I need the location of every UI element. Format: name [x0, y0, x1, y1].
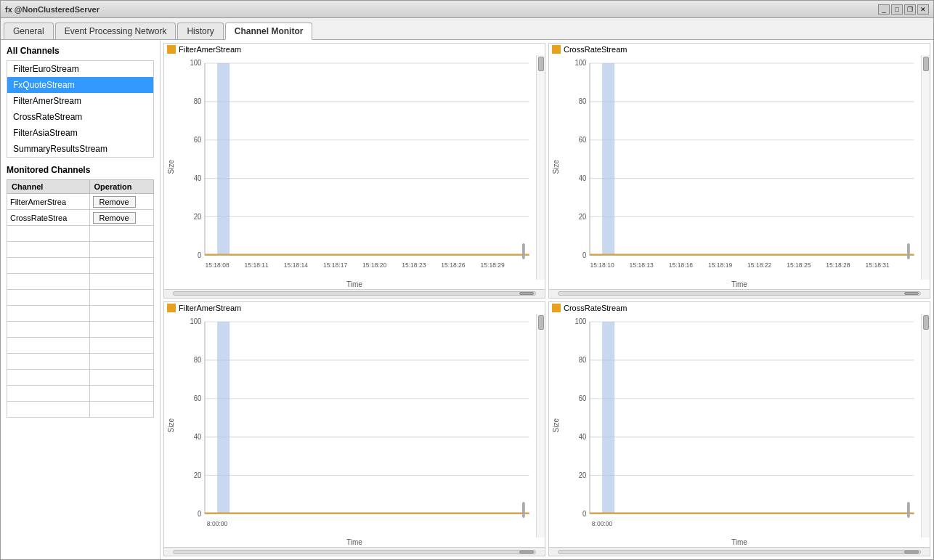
- empty-row-6: [7, 306, 154, 322]
- chart-bl-xlabel: Time: [164, 537, 545, 547]
- chart-tr-xlabel: Time: [549, 280, 930, 289]
- svg-text:80: 80: [579, 97, 587, 106]
- svg-text:15:18:26: 15:18:26: [441, 261, 465, 269]
- svg-text:0: 0: [198, 509, 202, 518]
- vscroll-thumb-tl: [538, 57, 544, 71]
- legend-color-tr: [552, 45, 561, 54]
- legend-color-bl: [167, 304, 176, 312]
- hscroll-thumb-tr: [904, 292, 919, 295]
- tab-bar: General Event Processing Network History…: [1, 18, 933, 40]
- chart-tr-hscroll[interactable]: [549, 289, 930, 298]
- empty-row-4: [7, 274, 154, 290]
- tab-history[interactable]: History: [177, 23, 223, 39]
- svg-text:15:18:31: 15:18:31: [866, 261, 890, 269]
- chart-br-vscroll[interactable]: [921, 314, 930, 538]
- chart-tr-vscroll[interactable]: [921, 55, 930, 280]
- hscroll-thumb-bl: [519, 551, 534, 553]
- svg-rect-49: [907, 243, 910, 259]
- monitored-channels-table: Channel Operation FilterAmerStrea Remove…: [7, 179, 154, 418]
- svg-text:80: 80: [194, 355, 202, 364]
- svg-text:100: 100: [574, 59, 586, 68]
- svg-rect-24: [522, 243, 525, 259]
- svg-rect-64: [217, 322, 230, 514]
- legend-label-br: CrossRateStream: [564, 304, 627, 312]
- chart-tr-inner: 0 20 40 60 80 100 15:18:10 15:18:13 15:1…: [562, 55, 921, 280]
- channel-item-crossrate[interactable]: CrossRateStream: [7, 109, 153, 125]
- chart-tl-yaxis: Size: [164, 55, 177, 280]
- channel-item-filterasia[interactable]: FilterAsiaStream: [7, 125, 153, 141]
- svg-text:15:18:23: 15:18:23: [402, 261, 426, 269]
- charts-area: FilterAmerStream Size: [161, 40, 933, 559]
- empty-row-5: [7, 290, 154, 306]
- svg-text:80: 80: [194, 97, 202, 106]
- monitored-channels-section: Monitored Channels Channel Operation Fil…: [7, 165, 154, 418]
- remove-filteramer-button[interactable]: Remove: [93, 196, 136, 208]
- empty-row-9: [7, 354, 154, 370]
- chart-bl-inner: 0 20 40 60 80 100 8:00:00: [177, 314, 536, 538]
- minimize-button[interactable]: _: [878, 4, 890, 15]
- chart-bl-vscroll[interactable]: [536, 314, 545, 538]
- svg-text:15:18:10: 15:18:10: [590, 261, 614, 269]
- chart-tl-vscroll[interactable]: [536, 55, 545, 280]
- maximize-button[interactable]: □: [891, 4, 903, 15]
- svg-text:15:18:22: 15:18:22: [747, 261, 771, 269]
- legend-label-bl: FilterAmerStream: [179, 304, 241, 312]
- hscroll-thumb-tl: [519, 292, 534, 295]
- svg-text:40: 40: [194, 432, 202, 441]
- svg-text:60: 60: [579, 135, 587, 144]
- all-channels-list: FilterEuroStream FxQuoteStream FilterAme…: [7, 60, 154, 158]
- channel-item-filtereuros[interactable]: FilterEuroStream: [7, 61, 153, 77]
- empty-row-8: [7, 338, 154, 354]
- legend-color-br: [552, 304, 561, 312]
- remove-crossrate-button[interactable]: Remove: [93, 212, 136, 224]
- svg-text:60: 60: [194, 394, 202, 402]
- svg-text:60: 60: [579, 394, 587, 402]
- chart-br-xlabel: Time: [549, 537, 930, 547]
- close-button[interactable]: ✕: [917, 4, 929, 15]
- svg-text:40: 40: [194, 174, 202, 182]
- svg-text:8:00:00: 8:00:00: [207, 519, 228, 527]
- vscroll-thumb-tr: [923, 57, 929, 71]
- hscroll-track-bl: [173, 550, 536, 554]
- chart-tr-svg: 0 20 40 60 80 100 15:18:10 15:18:13 15:1…: [562, 55, 921, 280]
- tab-general[interactable]: General: [4, 23, 54, 39]
- svg-text:15:18:08: 15:18:08: [205, 261, 229, 269]
- svg-text:15:18:29: 15:18:29: [481, 261, 505, 269]
- svg-text:15:18:19: 15:18:19: [708, 261, 732, 269]
- svg-text:15:18:11: 15:18:11: [245, 261, 269, 269]
- hscroll-track-tr: [558, 291, 921, 296]
- monitored-channels-title: Monitored Channels: [7, 165, 154, 175]
- legend-label-tl: FilterAmerStream: [179, 45, 241, 54]
- chart-br-hscroll[interactable]: [549, 547, 930, 556]
- svg-text:0: 0: [582, 509, 587, 518]
- restore-button[interactable]: ❐: [904, 4, 916, 15]
- svg-rect-14: [217, 63, 230, 255]
- chart-tl-container: Size: [164, 55, 545, 280]
- chart-tl-hscroll[interactable]: [164, 289, 545, 298]
- monitored-channel-filteramer: FilterAmerStrea: [7, 194, 90, 210]
- channel-item-fxquote[interactable]: FxQuoteStream: [7, 77, 153, 93]
- svg-text:15:18:16: 15:18:16: [669, 261, 693, 269]
- chart-top-left: FilterAmerStream Size: [163, 43, 545, 299]
- channel-item-summary[interactable]: SummaryResultsStream: [7, 141, 153, 157]
- hscroll-track-tl: [173, 291, 536, 296]
- svg-rect-67: [522, 501, 525, 517]
- chart-bl-hscroll[interactable]: [164, 547, 545, 556]
- chart-bl-svg: 0 20 40 60 80 100 8:00:00: [177, 314, 536, 538]
- svg-text:15:18:25: 15:18:25: [787, 261, 811, 269]
- channel-item-filteramer[interactable]: FilterAmerStream: [7, 93, 153, 109]
- svg-text:0: 0: [198, 251, 202, 259]
- chart-bl-yaxis: Size: [164, 314, 177, 538]
- svg-text:8:00:00: 8:00:00: [592, 519, 613, 527]
- chart-br-svg: 0 20 40 60 80 100 8:00:00: [562, 314, 921, 538]
- tab-channel-monitor[interactable]: Channel Monitor: [225, 23, 313, 40]
- tab-epn[interactable]: Event Processing Network: [55, 23, 176, 39]
- svg-text:0: 0: [582, 251, 587, 259]
- svg-text:20: 20: [579, 212, 587, 221]
- svg-rect-39: [602, 63, 614, 255]
- all-channels-title: All Channels: [7, 46, 154, 56]
- chart-tr-legend: CrossRateStream: [549, 44, 930, 55]
- svg-text:80: 80: [579, 355, 587, 364]
- svg-text:40: 40: [579, 432, 587, 441]
- monitored-channel-crossrate: CrossRateStrea: [7, 210, 90, 226]
